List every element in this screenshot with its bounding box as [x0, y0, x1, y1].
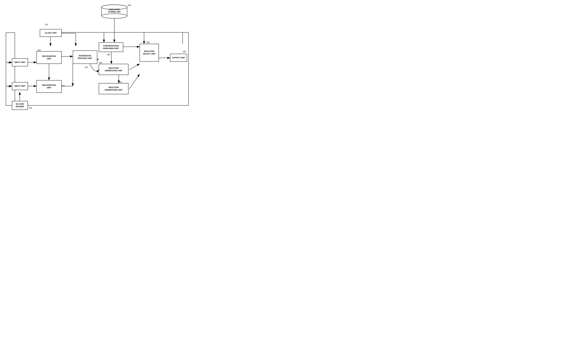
input-unit-1-box: INPUT UNIT [12, 58, 28, 66]
output-unit-id: 160 [183, 51, 186, 53]
intergrate-process-id: 220 [85, 66, 88, 68]
svg-line-25 [129, 74, 140, 89]
intergrate-process-box: INTERGRATEPROCESS UNIT [73, 51, 97, 64]
recognition-unit-2-id: 211 [62, 84, 65, 87]
reaction-select-box: REACTIONSELECT UNIT [140, 44, 159, 62]
recognition-unit-1-id: 210 [37, 49, 41, 51]
svg-point-36 [102, 14, 127, 18]
diagram-container: CLOCK UNIT 270 USER STATESTORING UNIT 28… [0, 0, 196, 121]
input-unit-1-id: 200 [8, 62, 11, 64]
conversation-managing-id: 230 [107, 53, 110, 56]
id-card-reader-box: ID CARDREADER [12, 101, 28, 110]
reaction-select-id: 250 [146, 41, 150, 44]
user-state-label: 280 [128, 4, 131, 6]
clock-unit-label: 270 [45, 23, 48, 26]
reaction-generating-1-box: REACTIONGENERATING UNIT [99, 64, 128, 75]
id-card-reader-id: 205 [29, 107, 32, 109]
recognition-unit-2-box: RECOGNITIONUNIT [36, 80, 62, 93]
reaction-generating-2-id: 241 [119, 81, 122, 83]
clock-unit-box: CLOCK UNIT [40, 29, 62, 37]
reaction-generating-1-id: 240 [99, 62, 102, 64]
input-unit-2-box: INPUT UNIT [12, 82, 28, 90]
recognition-unit-1-box: RECOGNITIONUNIT [36, 51, 62, 64]
output-unit-box: OUTPUT UNIT [170, 54, 187, 62]
reaction-generating-2-box: REACTIONGENERATING UNIT [99, 83, 128, 94]
input-unit-2-id: 201 [8, 85, 11, 88]
arrows-svg [0, 0, 196, 121]
user-state-cylinder: USER STATESTORING UNIT [101, 4, 128, 19]
conversation-managing-box: CONVERSATIONMANAGING UNIT [99, 42, 123, 52]
svg-line-23 [129, 64, 140, 70]
svg-rect-1 [6, 33, 15, 105]
